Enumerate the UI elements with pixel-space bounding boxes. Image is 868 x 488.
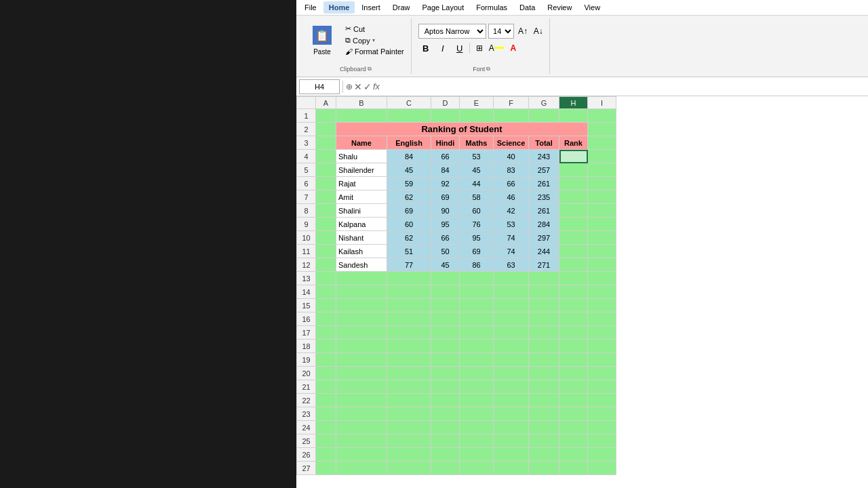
cell-g12[interactable]: 271 — [529, 258, 559, 272]
cell-i7[interactable] — [588, 190, 616, 204]
cell-c12[interactable]: 77 — [387, 258, 431, 272]
cell-d12[interactable]: 45 — [431, 258, 460, 272]
paste-button[interactable]: 📋 Paste — [304, 21, 340, 66]
row-header-20[interactable]: 20 — [297, 367, 316, 380]
expand-formula-icon[interactable]: ⊕ — [346, 82, 353, 92]
row-header-11[interactable]: 11 — [297, 245, 316, 258]
cell-b8-name[interactable]: Shalini — [336, 204, 387, 218]
cell-c8[interactable]: 69 — [387, 204, 431, 218]
menu-view[interactable]: View — [578, 1, 606, 14]
cell-b12-name[interactable]: Sandesh — [336, 258, 387, 272]
cell-h5[interactable] — [559, 163, 588, 177]
row-header-21[interactable]: 21 — [297, 380, 316, 394]
cell-g5[interactable]: 257 — [529, 163, 559, 177]
cell-a10[interactable] — [316, 231, 336, 245]
cell-a4[interactable] — [316, 150, 336, 163]
cell-i3[interactable] — [588, 136, 616, 150]
cell-i4[interactable] — [588, 150, 616, 163]
cell-c1[interactable] — [387, 109, 431, 123]
format-painter-button[interactable]: 🖌 Format Painter — [342, 47, 407, 56]
copy-button[interactable]: ⧉ Copy ▾ — [342, 35, 407, 45]
cell-e8[interactable]: 60 — [460, 204, 494, 218]
cell-e12[interactable]: 86 — [460, 258, 494, 272]
cell-i1[interactable] — [588, 109, 616, 123]
row-header-22[interactable]: 22 — [297, 394, 316, 407]
col-header-b[interactable]: B — [336, 97, 387, 109]
cell-i12[interactable] — [588, 258, 616, 272]
cell-a5[interactable] — [316, 163, 336, 177]
cell-c9[interactable]: 60 — [387, 218, 431, 231]
cell-f5[interactable]: 83 — [494, 163, 529, 177]
cell-f6[interactable]: 66 — [494, 177, 529, 190]
cell-b5-name[interactable]: Shailender — [336, 163, 387, 177]
col-header-e[interactable]: E — [460, 97, 494, 109]
clipboard-expand-icon[interactable]: ⧉ — [368, 66, 372, 73]
cell-d7[interactable]: 69 — [431, 190, 460, 204]
menu-home[interactable]: Home — [323, 1, 355, 14]
cell-h7[interactable] — [559, 190, 588, 204]
cell-f10[interactable]: 74 — [494, 231, 529, 245]
cell-g9[interactable]: 284 — [529, 218, 559, 231]
row-header-15[interactable]: 15 — [297, 299, 316, 312]
cell-a8[interactable] — [316, 204, 336, 218]
spreadsheet-container[interactable]: A B C D E F G H I 1 — [296, 96, 868, 488]
cell-f9[interactable]: 53 — [494, 218, 529, 231]
cell-h12[interactable] — [559, 258, 588, 272]
cut-button[interactable]: ✂ Cut — [342, 24, 407, 34]
row-header-25[interactable]: 25 — [297, 434, 316, 448]
cell-e1[interactable] — [460, 109, 494, 123]
cell-h11[interactable] — [559, 245, 588, 258]
decrease-font-btn[interactable]: A↓ — [532, 24, 545, 39]
cell-f12[interactable]: 63 — [494, 258, 529, 272]
menu-data[interactable]: Data — [514, 1, 540, 14]
cell-i10[interactable] — [588, 231, 616, 245]
name-box[interactable] — [299, 79, 340, 94]
cell-a6[interactable] — [316, 177, 336, 190]
row-header-19[interactable]: 19 — [297, 353, 316, 367]
cell-b10-name[interactable]: Nishant — [336, 231, 387, 245]
cell-a9[interactable] — [316, 218, 336, 231]
header-maths[interactable]: Maths — [460, 136, 494, 150]
cell-h8[interactable] — [559, 204, 588, 218]
cell-i9[interactable] — [588, 218, 616, 231]
cell-a7[interactable] — [316, 190, 336, 204]
cell-a1[interactable] — [316, 109, 336, 123]
header-science[interactable]: Science — [494, 136, 529, 150]
row-header-8[interactable]: 8 — [297, 204, 316, 218]
fill-color-button[interactable]: A — [489, 41, 504, 56]
row-header-5[interactable]: 5 — [297, 163, 316, 177]
row-header-18[interactable]: 18 — [297, 340, 316, 353]
cell-h9[interactable] — [559, 218, 588, 231]
cell-i11[interactable] — [588, 245, 616, 258]
fx-icon[interactable]: fx — [373, 81, 380, 92]
row-header-27[interactable]: 27 — [297, 462, 316, 475]
bold-button[interactable]: B — [418, 41, 433, 56]
menu-page-layout[interactable]: Page Layout — [416, 1, 469, 14]
cell-g1[interactable] — [529, 109, 559, 123]
header-rank[interactable]: Rank — [559, 136, 588, 150]
header-hindi[interactable]: Hindi — [431, 136, 460, 150]
row-header-16[interactable]: 16 — [297, 312, 316, 326]
cell-a13[interactable] — [316, 272, 336, 285]
menu-review[interactable]: Review — [542, 1, 577, 14]
cell-g8[interactable]: 261 — [529, 204, 559, 218]
cell-b6-name[interactable]: Rajat — [336, 177, 387, 190]
cell-c4[interactable]: 84 — [387, 150, 431, 163]
cell-e5[interactable]: 45 — [460, 163, 494, 177]
cell-h6[interactable] — [559, 177, 588, 190]
row-header-23[interactable]: 23 — [297, 407, 316, 421]
cell-e11[interactable]: 69 — [460, 245, 494, 258]
cell-b9-name[interactable]: Kalpana — [336, 218, 387, 231]
row-header-12[interactable]: 12 — [297, 258, 316, 272]
row-header-13[interactable]: 13 — [297, 272, 316, 285]
italic-button[interactable]: I — [435, 41, 450, 56]
cell-d5[interactable]: 84 — [431, 163, 460, 177]
cell-a11[interactable] — [316, 245, 336, 258]
cell-b11-name[interactable]: Kailash — [336, 245, 387, 258]
row-header-1[interactable]: 1 — [297, 109, 316, 123]
row-header-24[interactable]: 24 — [297, 421, 316, 434]
cell-g6[interactable]: 261 — [529, 177, 559, 190]
cell-i8[interactable] — [588, 204, 616, 218]
cell-h10[interactable] — [559, 231, 588, 245]
row-header-26[interactable]: 26 — [297, 448, 316, 462]
